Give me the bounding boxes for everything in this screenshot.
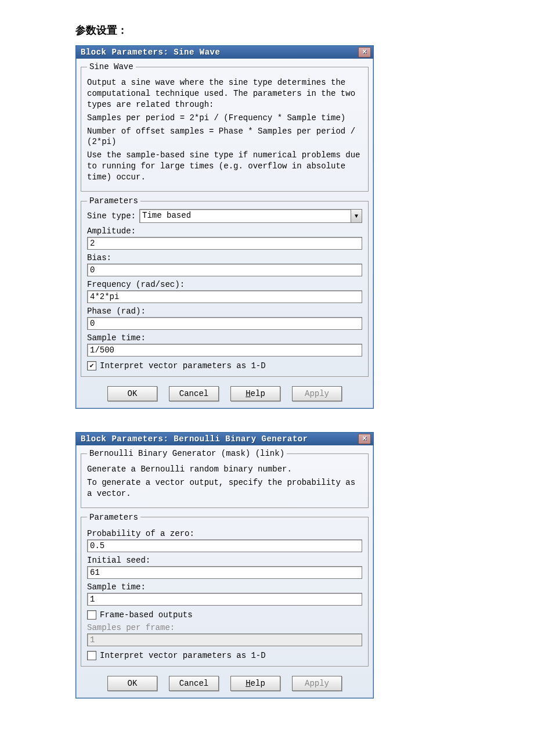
desc-line: Generate a Bernoulli random binary numbe… <box>87 464 362 475</box>
help-rest: elp <box>251 679 265 688</box>
button-row: OK Cancel Help Apply <box>81 671 369 692</box>
help-rest: elp <box>251 389 265 398</box>
samples-per-frame-input <box>87 633 362 646</box>
cancel-button[interactable]: Cancel <box>169 676 219 691</box>
help-button[interactable]: Help <box>230 386 280 401</box>
sample-time-input[interactable] <box>87 593 362 606</box>
sine-type-value: Time based <box>140 210 351 222</box>
desc-line: To generate a vector output, specify the… <box>87 477 362 499</box>
interpret-1d-label: Interpret vector parameters as 1-D <box>100 361 266 370</box>
frame-based-checkbox[interactable] <box>87 610 96 620</box>
desc-line: Samples per period = 2*pi / (Frequency *… <box>87 113 362 124</box>
chevron-down-icon[interactable]: ▼ <box>351 210 362 222</box>
sine-wave-dialog: Block Parameters: Sine Wave × Sine Wave … <box>75 45 374 409</box>
parameters-legend: Parameters <box>87 513 140 522</box>
bernoulli-dialog: Block Parameters: Bernoulli Binary Gener… <box>75 432 374 699</box>
help-button[interactable]: Help <box>230 676 280 691</box>
titlebar-text: Block Parameters: Bernoulli Binary Gener… <box>81 434 358 444</box>
prob-zero-label: Probability of a zero: <box>87 529 362 538</box>
parameters-legend: Parameters <box>87 196 140 206</box>
bias-input[interactable] <box>87 264 362 276</box>
sample-time-input[interactable] <box>87 344 362 357</box>
interpret-1d-label: Interpret vector parameters as 1-D <box>100 651 266 660</box>
sample-time-label: Sample time: <box>87 333 362 343</box>
help-mnemonic: H <box>246 679 250 688</box>
amplitude-input[interactable] <box>87 237 362 250</box>
desc-line: Output a sine wave where the sine type d… <box>87 77 362 110</box>
interpret-1d-checkbox[interactable]: ✔ <box>87 361 96 370</box>
frame-based-label: Frame-based outputs <box>100 610 193 620</box>
bias-label: Bias: <box>87 253 362 262</box>
titlebar[interactable]: Block Parameters: Bernoulli Binary Gener… <box>76 433 373 445</box>
description-group: Bernoulli Binary Generator (mask) (link)… <box>81 449 369 508</box>
parameters-group: Parameters Sine type: Time based ▼ Ampli… <box>81 196 369 377</box>
sine-type-label: Sine type: <box>87 211 136 221</box>
description-legend: Sine Wave <box>87 62 136 71</box>
desc-line: Use the sample-based sine type if numeri… <box>87 150 362 183</box>
phase-input[interactable] <box>87 317 362 330</box>
desc-line: Number of offset samples = Phase * Sampl… <box>87 126 362 148</box>
amplitude-label: Amplitude: <box>87 226 362 236</box>
close-icon[interactable]: × <box>358 434 371 444</box>
apply-button[interactable]: Apply <box>292 386 342 401</box>
ok-button[interactable]: OK <box>107 386 157 401</box>
frequency-input[interactable] <box>87 290 362 303</box>
cancel-button[interactable]: Cancel <box>169 386 219 401</box>
help-mnemonic: H <box>246 389 250 398</box>
description-legend: Bernoulli Binary Generator (mask) (link) <box>87 449 287 458</box>
frequency-label: Frequency (rad/sec): <box>87 280 362 289</box>
prob-zero-input[interactable] <box>87 539 362 552</box>
sine-type-select[interactable]: Time based ▼ <box>139 209 362 223</box>
ok-button[interactable]: OK <box>107 676 157 691</box>
description-group: Sine Wave Output a sine wave where the s… <box>81 62 369 192</box>
samples-per-frame-label: Samples per frame: <box>87 623 362 632</box>
interpret-1d-checkbox[interactable] <box>87 651 96 660</box>
initial-seed-input[interactable] <box>87 566 362 579</box>
page-title: 参数设置： <box>75 23 505 37</box>
close-icon[interactable]: × <box>358 47 371 57</box>
parameters-group: Parameters Probability of a zero: Initia… <box>81 513 369 667</box>
sample-time-label: Sample time: <box>87 582 362 592</box>
phase-label: Phase (rad): <box>87 307 362 316</box>
initial-seed-label: Initial seed: <box>87 556 362 565</box>
titlebar[interactable]: Block Parameters: Sine Wave × <box>76 46 373 59</box>
titlebar-text: Block Parameters: Sine Wave <box>81 48 358 57</box>
apply-button[interactable]: Apply <box>292 676 342 691</box>
button-row: OK Cancel Help Apply <box>81 381 369 402</box>
